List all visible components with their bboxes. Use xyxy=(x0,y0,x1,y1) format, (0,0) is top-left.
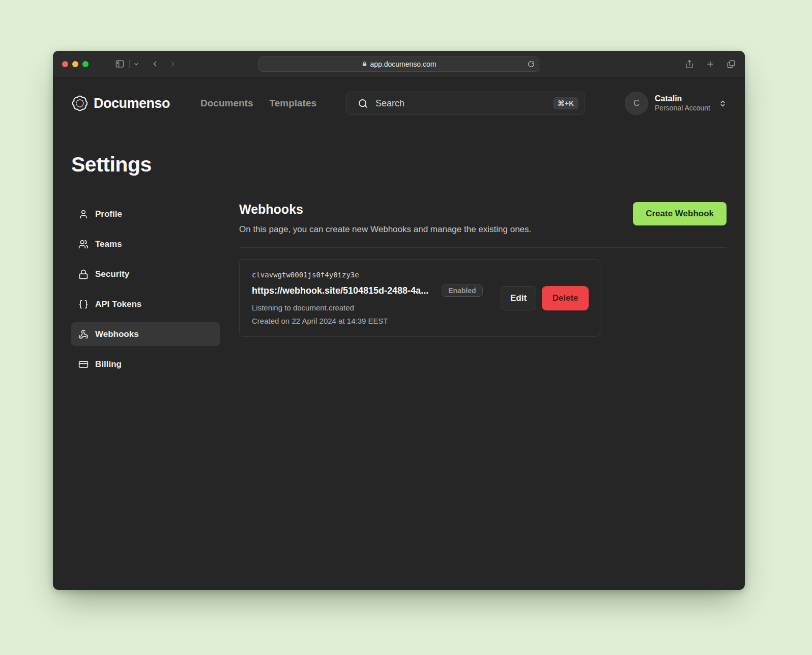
user-account-type: Personal Account xyxy=(655,104,710,113)
sidebar-item-label: Security xyxy=(95,269,129,279)
sidebar-item-api-tokens[interactable]: API Tokens xyxy=(71,292,220,316)
sidebar-item-label: Billing xyxy=(95,359,122,369)
zoom-window-button[interactable] xyxy=(82,61,89,67)
webhook-icon xyxy=(78,329,89,339)
section-title: Webhooks xyxy=(239,202,531,217)
sidebar-item-billing[interactable]: Billing xyxy=(71,352,220,376)
lock-icon xyxy=(362,61,367,67)
search-input[interactable] xyxy=(375,98,553,109)
toolbar-divider xyxy=(129,60,130,68)
search-shortcut-badge: ⌘+K xyxy=(553,97,578,109)
webhook-id: clvavwgtw0001js0f4y0izy3e xyxy=(252,271,588,279)
sidebar-item-label: Teams xyxy=(95,239,122,249)
sidebar-item-webhooks[interactable]: Webhooks xyxy=(71,322,220,346)
app-header: Documenso Documents Templates ⌘+K C Cata… xyxy=(53,77,745,128)
delete-webhook-button[interactable]: Delete xyxy=(542,286,589,310)
settings-nav: Profile Teams Security xyxy=(71,202,220,376)
browser-toolbar: app.documenso.com xyxy=(53,51,745,77)
webhook-card: clvavwgtw0001js0f4y0izy3e https://webhoo… xyxy=(239,259,600,337)
credit-card-icon xyxy=(78,359,89,369)
brand[interactable]: Documenso xyxy=(71,95,170,112)
address-bar[interactable]: app.documenso.com xyxy=(258,56,539,72)
status-badge: Enabled xyxy=(442,284,482,297)
share-icon[interactable] xyxy=(685,60,694,69)
section-description: On this page, you can create new Webhook… xyxy=(239,224,531,235)
avatar: C xyxy=(625,92,648,115)
close-window-button[interactable] xyxy=(62,61,68,67)
user-icon xyxy=(78,209,89,219)
page-title: Settings xyxy=(71,153,727,177)
lock-icon xyxy=(78,269,89,279)
minimize-window-button[interactable] xyxy=(72,61,78,67)
main-nav: Documents Templates xyxy=(200,98,316,109)
brand-name: Documenso xyxy=(94,96,170,111)
create-webhook-button[interactable]: Create Webhook xyxy=(633,202,727,225)
new-tab-icon[interactable] xyxy=(706,60,715,69)
sidebar-item-label: API Tokens xyxy=(95,299,141,309)
back-button[interactable] xyxy=(151,60,159,68)
section-divider xyxy=(239,247,727,248)
sidebar-item-security[interactable]: Security xyxy=(71,262,220,286)
chevron-down-icon[interactable] xyxy=(133,61,139,67)
webhook-url: https://webhook.site/5104815d-2488-4a... xyxy=(252,286,428,296)
edit-webhook-button[interactable]: Edit xyxy=(501,286,536,310)
reload-icon[interactable] xyxy=(528,61,535,68)
sidebar-item-teams[interactable]: Teams xyxy=(71,232,220,256)
browser-window: app.documenso.com xyxy=(53,51,745,590)
forward-button[interactable] xyxy=(168,60,177,68)
nav-documents[interactable]: Documents xyxy=(200,98,253,109)
traffic-lights xyxy=(62,61,89,67)
tab-overview-icon[interactable] xyxy=(727,60,736,69)
webhook-created: Created on 22 April 2024 at 14:39 EEST xyxy=(252,317,588,325)
search-bar[interactable]: ⌘+K xyxy=(346,92,585,115)
chevrons-up-down-icon xyxy=(719,100,727,107)
webhooks-section: Webhooks On this page, you can create ne… xyxy=(239,202,727,376)
sidebar-toggle-icon[interactable] xyxy=(115,59,125,69)
user-menu[interactable]: C Catalin Personal Account xyxy=(625,92,727,115)
braces-icon xyxy=(78,299,89,309)
user-name: Catalin xyxy=(655,94,710,104)
sidebar-item-profile[interactable]: Profile xyxy=(71,202,220,226)
sidebar-item-label: Webhooks xyxy=(95,329,139,339)
documenso-logo-icon xyxy=(71,95,89,112)
search-icon xyxy=(358,98,368,109)
address-url: app.documenso.com xyxy=(370,60,437,68)
nav-templates[interactable]: Templates xyxy=(270,98,317,109)
users-icon xyxy=(78,239,89,249)
sidebar-item-label: Profile xyxy=(95,209,122,219)
